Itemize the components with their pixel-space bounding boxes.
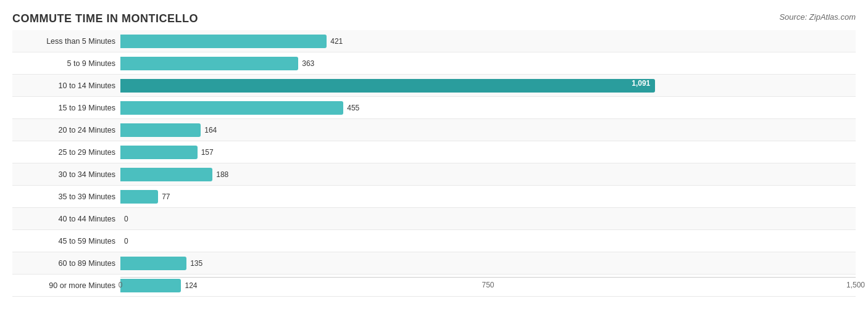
x-axis-tick: 0: [119, 281, 123, 289]
bar-row: 40 to 44 Minutes0: [12, 208, 856, 230]
bar-fill: [120, 168, 212, 181]
bar-track: 0: [120, 208, 856, 229]
chart-container: COMMUTE TIME IN MONTICELLO Source: ZipAt…: [0, 0, 868, 322]
bar-label: 20 to 24 Minutes: [12, 126, 120, 134]
bar-value: 135: [190, 259, 202, 268]
bar-track: 157: [120, 141, 856, 163]
bar-row: 30 to 34 Minutes188: [12, 163, 856, 186]
bar-label: 45 to 59 Minutes: [12, 237, 120, 246]
bar-track: 455: [120, 97, 856, 118]
bar-label: 40 to 44 Minutes: [12, 215, 120, 223]
bar-row: 15 to 19 Minutes455: [12, 97, 856, 119]
bar-row: 5 to 9 Minutes363: [12, 52, 856, 75]
bar-row: 60 to 89 Minutes135: [12, 252, 856, 275]
x-axis: 07501,500: [120, 277, 856, 295]
bar-row: 10 to 14 Minutes1,091: [12, 75, 856, 97]
bar-value: 455: [347, 104, 359, 112]
bar-row: 35 to 39 Minutes77: [12, 186, 856, 208]
bar-track: 188: [120, 163, 856, 185]
bar-value: 421: [330, 37, 343, 46]
bar-value: 0: [124, 237, 128, 246]
bar-fill: [120, 57, 298, 70]
bar-label: 35 to 39 Minutes: [12, 192, 120, 201]
bar-value: 0: [124, 215, 128, 223]
bar-track: 1,091: [120, 75, 856, 96]
bar-fill: [120, 190, 158, 204]
bar-label: 60 to 89 Minutes: [12, 259, 120, 268]
bar-fill: [120, 35, 327, 48]
x-axis-tick: 1,500: [846, 281, 865, 289]
bar-row: 20 to 24 Minutes164: [12, 119, 856, 141]
bar-label: Less than 5 Minutes: [12, 37, 120, 46]
bar-label: 25 to 29 Minutes: [12, 148, 120, 157]
bar-label: 5 to 9 Minutes: [12, 59, 120, 68]
bar-track: 0: [120, 230, 856, 252]
bar-value: 77: [162, 192, 170, 201]
bar-label: 15 to 19 Minutes: [12, 104, 120, 112]
bar-track: 363: [120, 52, 856, 74]
bar-fill: 1,091: [120, 79, 655, 93]
bar-label: 90 or more Minutes: [12, 281, 120, 290]
bars-section: Less than 5 Minutes4215 to 9 Minutes3631…: [12, 30, 856, 277]
bar-value: 157: [201, 148, 214, 157]
bar-value: 363: [302, 59, 314, 68]
bar-row: Less than 5 Minutes421: [12, 30, 856, 52]
bar-track: 77: [120, 186, 856, 207]
bar-track: 164: [120, 119, 856, 141]
bar-fill: [120, 101, 343, 115]
bar-value: 188: [216, 170, 228, 179]
bar-value: 1,091: [632, 79, 650, 88]
bar-row: 45 to 59 Minutes0: [12, 230, 856, 252]
x-axis-tick: 750: [482, 281, 494, 289]
source-text: Source: ZipAtlas.com: [779, 12, 856, 22]
chart-area: Less than 5 Minutes4215 to 9 Minutes3631…: [12, 30, 856, 295]
bar-fill: [120, 123, 201, 137]
chart-title: COMMUTE TIME IN MONTICELLO: [12, 12, 856, 25]
bar-fill: [120, 257, 186, 270]
bar-label: 30 to 34 Minutes: [12, 170, 120, 179]
bar-row: 25 to 29 Minutes157: [12, 141, 856, 163]
bar-label: 10 to 14 Minutes: [12, 81, 120, 90]
bar-value: 164: [204, 126, 217, 134]
bar-fill: [120, 146, 198, 159]
bar-track: 421: [120, 30, 856, 52]
bar-track: 135: [120, 252, 856, 274]
